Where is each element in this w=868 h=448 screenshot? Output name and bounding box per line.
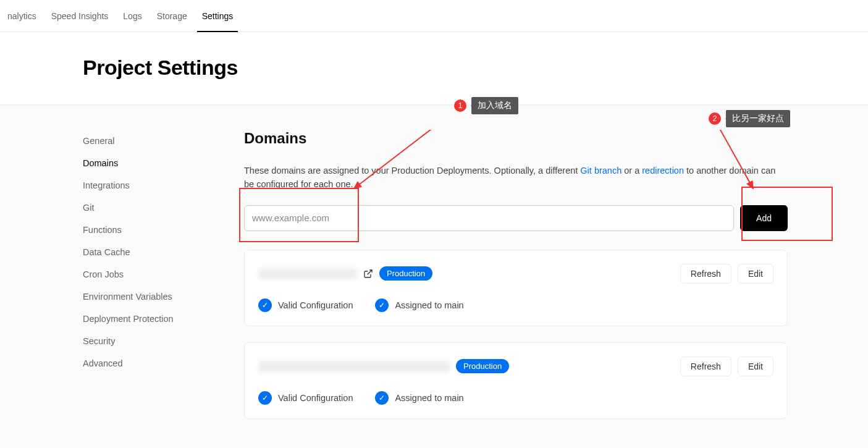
domain-status-row: ✓Valid Configuration✓Assigned to main bbox=[258, 391, 773, 405]
sidebar-item-advanced[interactable]: Advanced bbox=[83, 352, 213, 374]
status-text: Valid Configuration bbox=[278, 393, 353, 403]
annotation-callout-2: 2 比另一家好点 bbox=[709, 110, 790, 127]
status-text: Valid Configuration bbox=[278, 300, 353, 310]
refresh-button[interactable]: Refresh bbox=[680, 357, 731, 376]
redirection-link[interactable]: redirection bbox=[642, 166, 684, 175]
tab-settings[interactable]: Settings bbox=[195, 0, 241, 32]
sidebar-item-integrations[interactable]: Integrations bbox=[83, 174, 213, 197]
tab-storage[interactable]: Storage bbox=[150, 0, 195, 32]
status-text: Assigned to main bbox=[395, 393, 463, 403]
domain-name-redacted bbox=[258, 361, 450, 372]
top-tabs: nalyticsSpeed InsightsLogsStorageSetting… bbox=[0, 0, 868, 32]
sidebar-item-domains[interactable]: Domains bbox=[83, 152, 213, 174]
domain-name-redacted bbox=[258, 268, 357, 279]
tab-speed-insights[interactable]: Speed Insights bbox=[44, 0, 116, 32]
tab-logs[interactable]: Logs bbox=[116, 0, 149, 32]
check-circle-icon: ✓ bbox=[258, 298, 272, 312]
domain-card-header: ProductionRefreshEdit bbox=[258, 357, 773, 376]
refresh-button[interactable]: Refresh bbox=[680, 264, 731, 284]
status-assigned: ✓Assigned to main bbox=[375, 391, 463, 405]
desc-part-2: or a bbox=[624, 166, 642, 175]
desc-part-1: These domains are assigned to your Produ… bbox=[244, 166, 580, 175]
sidebar-item-security[interactable]: Security bbox=[83, 330, 213, 352]
page-title: Project Settings bbox=[83, 56, 868, 80]
domain-card: ProductionRefreshEdit✓Valid Configuratio… bbox=[244, 342, 788, 419]
domains-description: These domains are assigned to your Produ… bbox=[244, 164, 788, 192]
domain-input[interactable] bbox=[244, 205, 734, 231]
sidebar-item-environment-variables[interactable]: Environment Variables bbox=[83, 285, 213, 308]
add-domain-button[interactable]: Add bbox=[740, 205, 788, 231]
status-valid-config: ✓Valid Configuration bbox=[258, 391, 353, 405]
domain-card-actions: RefreshEdit bbox=[680, 264, 773, 284]
tab-nalytics[interactable]: nalytics bbox=[0, 0, 44, 32]
settings-sidebar: GeneralDomainsIntegrationsGitFunctionsDa… bbox=[0, 130, 244, 435]
main: GeneralDomainsIntegrationsGitFunctionsDa… bbox=[0, 104, 868, 448]
domains-section: Domains These domains are assigned to yo… bbox=[244, 130, 825, 435]
annotation-tooltip-2: 比另一家好点 bbox=[726, 110, 790, 127]
git-branch-link[interactable]: Git branch bbox=[580, 166, 622, 175]
annotation-number-2: 2 bbox=[709, 112, 721, 125]
domain-card-header: ProductionRefreshEdit bbox=[258, 264, 773, 284]
production-badge: Production bbox=[456, 359, 509, 373]
svg-line-0 bbox=[368, 270, 372, 274]
check-circle-icon: ✓ bbox=[375, 298, 389, 312]
sidebar-item-functions[interactable]: Functions bbox=[83, 219, 213, 241]
domain-card: ProductionRefreshEdit✓Valid Configuratio… bbox=[244, 250, 788, 326]
external-link-icon[interactable] bbox=[363, 269, 373, 279]
sidebar-item-data-cache[interactable]: Data Cache bbox=[83, 241, 213, 263]
header: Project Settings bbox=[0, 32, 868, 104]
sidebar-item-cron-jobs[interactable]: Cron Jobs bbox=[83, 263, 213, 285]
production-badge: Production bbox=[379, 266, 432, 281]
add-domain-row: Add bbox=[244, 205, 788, 231]
edit-button[interactable]: Edit bbox=[738, 264, 773, 284]
status-valid-config: ✓Valid Configuration bbox=[258, 298, 353, 312]
sidebar-item-deployment-protection[interactable]: Deployment Protection bbox=[83, 308, 213, 330]
domain-status-row: ✓Valid Configuration✓Assigned to main bbox=[258, 298, 773, 312]
sidebar-item-git[interactable]: Git bbox=[83, 197, 213, 219]
check-circle-icon: ✓ bbox=[375, 391, 389, 405]
status-text: Assigned to main bbox=[395, 300, 463, 310]
domain-card-actions: RefreshEdit bbox=[680, 357, 773, 376]
edit-button[interactable]: Edit bbox=[738, 357, 773, 376]
status-assigned: ✓Assigned to main bbox=[375, 298, 463, 312]
section-title: Domains bbox=[244, 130, 788, 147]
sidebar-item-general[interactable]: General bbox=[83, 130, 213, 152]
check-circle-icon: ✓ bbox=[258, 391, 272, 405]
